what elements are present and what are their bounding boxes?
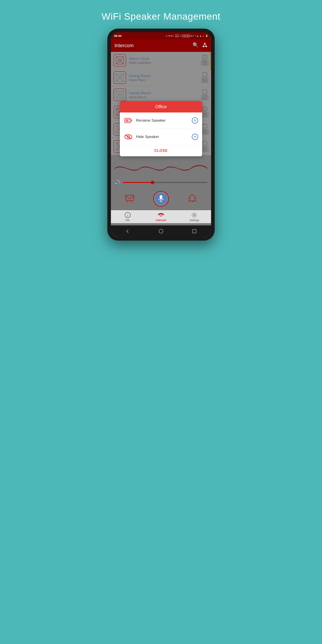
msg-icon: ✉ [168,35,170,37]
rename-help-icon[interactable]: ? [192,118,198,124]
signal2-icon: ▲ [202,35,204,37]
volume-row: 🔊 [111,178,211,189]
mic-button[interactable] [153,191,169,206]
volume-thumb[interactable] [151,181,154,184]
svg-point-0 [204,43,205,44]
controls-row [111,189,211,210]
nav-settings[interactable]: Settings [178,212,211,222]
msg2-icon: ✉ [171,35,173,37]
dialog-title: Office [120,101,202,112]
page-title: WiFi Speaker Management [97,4,225,28]
nav-info[interactable]: Info [111,212,144,222]
wave-area [111,160,211,178]
phone-icon: ☐ [180,35,182,37]
phone-nav-bar [111,226,211,237]
volume-track[interactable] [123,182,208,183]
battery-icon: 🔋 [205,35,208,37]
svg-rect-85 [192,230,196,233]
vib-icon: 📳 [193,35,196,37]
status-bar: 09:44 ⚠ ✉ ✉ ♪ 0.24KB/S ☐ VoLTE1 ⊖ 📳 ▲ ▲ … [111,32,211,39]
top-bar: Intercom 🔍 [111,39,211,52]
recents-button[interactable] [191,228,198,234]
svg-line-4 [205,44,206,46]
hide-speaker-item[interactable]: Hide Speaker ? [120,129,202,145]
alert-icon: ⚠ [166,35,168,37]
top-bar-icons: 🔍 [192,42,208,49]
status-icons: ⚠ ✉ ✉ ♪ 0.24KB/S ☐ VoLTE1 ⊖ 📳 ▲ ▲ ▲ 🔋 [166,34,208,38]
volume-fill [123,182,152,183]
svg-point-83 [194,214,195,216]
nav-info-label: Info [126,219,130,222]
dialog-close-button[interactable]: CLOSE [120,145,202,156]
search-icon[interactable]: 🔍 [192,42,198,49]
hide-icon [124,132,133,141]
svg-line-3 [203,44,205,46]
nav-intercom-label: Intercom [156,219,166,222]
block-icon: ⊖ [191,35,192,37]
back-button[interactable] [124,228,131,234]
sound-icon: ♪ [173,35,174,37]
rename-label: Rename Speaker [136,118,192,123]
signal1-icon: ▲ [200,35,202,37]
home-button[interactable] [158,228,164,234]
nav-bar: Info Intercom Settings [111,210,211,223]
nav-intercom[interactable]: Intercom [144,212,178,222]
dialog: Office Rename Speaker ? [120,101,202,156]
bottom-area: 🔊 [111,155,211,226]
svg-point-82 [160,214,162,216]
svg-point-84 [159,229,163,233]
app-title: Intercom [114,43,134,48]
svg-rect-73 [126,195,134,200]
phone-screen: 09:44 ⚠ ✉ ✉ ♪ 0.24KB/S ☐ VoLTE1 ⊖ 📳 ▲ ▲ … [111,32,211,237]
svg-line-74 [128,202,128,203]
phone-frame: 09:44 ⚠ ✉ ✉ ♪ 0.24KB/S ☐ VoLTE1 ⊖ 📳 ▲ ▲ … [107,28,215,240]
rename-speaker-item[interactable]: Rename Speaker ? [120,112,202,129]
message-button[interactable] [125,194,134,204]
rename-icon [124,116,133,125]
bell-button[interactable] [188,194,197,204]
network-icon[interactable] [202,42,208,49]
hide-label: Hide Speaker [136,134,192,139]
wifi-icon: ▲ [196,35,199,37]
speed-indicator: 0.24KB/S [175,34,179,38]
nav-settings-label: Settings [190,219,199,222]
dialog-overlay: Office Rename Speaker ? [111,52,211,155]
svg-line-75 [132,202,132,203]
volume-icon: 🔊 [114,180,120,185]
svg-rect-76 [160,195,162,199]
hide-help-icon[interactable]: ? [192,134,198,140]
status-time: 09:44 [114,34,122,38]
mic-inner [155,192,167,205]
speaker-list-container: Alarm Clock WiiMu LinkPlayer ✓ [111,52,211,155]
volte-icon: VoLTE1 [182,35,190,37]
